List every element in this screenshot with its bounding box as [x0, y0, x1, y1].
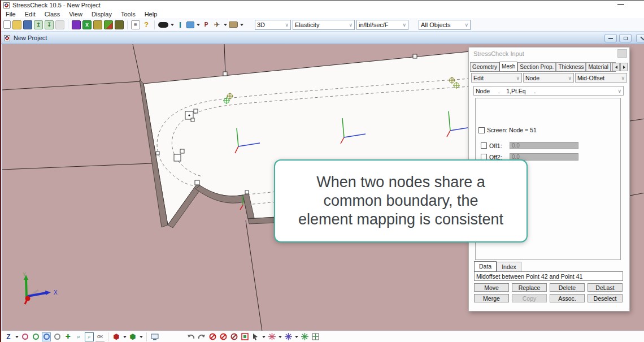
tab-material[interactable]: Material	[586, 62, 611, 71]
save-icon[interactable]	[23, 20, 32, 29]
child-minimize-button[interactable]	[604, 34, 617, 42]
menu-file[interactable]: File	[1, 10, 20, 18]
rotate-free-icon[interactable]	[53, 332, 62, 341]
import-icon[interactable]: ↧	[45, 20, 54, 29]
panel-header[interactable]: StressCheck Input	[469, 47, 629, 60]
zoom-fit-icon[interactable]: OK	[95, 332, 105, 341]
print-icon[interactable]	[55, 20, 64, 29]
window-minimize-button[interactable]	[617, 4, 624, 5]
chevron-down-icon: ∨	[568, 75, 572, 81]
export-icon[interactable]: ↥	[34, 20, 43, 29]
analysis-type-select[interactable]: Elasticity∨	[293, 20, 355, 30]
delast-button[interactable]: DeLast	[588, 283, 623, 292]
class-misc-icon[interactable]	[115, 20, 124, 29]
tab-thickness[interactable]: Thickness	[556, 62, 586, 71]
frame-grid-icon[interactable]	[311, 332, 320, 341]
star-purple-caret-icon[interactable]	[295, 336, 298, 338]
panel-close-button[interactable]	[617, 49, 627, 58]
prohibit-icon-c[interactable]	[229, 332, 238, 341]
off1-field[interactable]: 0.0	[510, 142, 578, 149]
menu-edit[interactable]: Edit	[20, 10, 40, 18]
star-purple-icon[interactable]	[284, 332, 293, 341]
open-file-icon[interactable]	[12, 20, 21, 29]
star-green-icon[interactable]	[300, 332, 309, 341]
object-select[interactable]: Node∨	[523, 73, 574, 83]
assoc-button[interactable]: Assoc.	[550, 294, 585, 302]
child-close-button[interactable]	[636, 34, 644, 42]
layers-tool-caret-icon[interactable]	[197, 24, 200, 26]
draw-tool-caret-icon[interactable]	[171, 24, 174, 26]
units-select[interactable]: in/lbl/sec/F∨	[356, 20, 408, 30]
replace-button[interactable]: Replace	[512, 283, 547, 292]
class-check-icon[interactable]	[104, 20, 113, 29]
tab-geometry[interactable]: Geometry	[470, 62, 499, 71]
shrink-green-caret-icon[interactable]	[140, 336, 143, 338]
pick-cursor-caret-icon[interactable]	[262, 336, 266, 338]
child-window-title: New Project	[14, 34, 47, 41]
menu-display[interactable]: Display	[87, 10, 116, 18]
move-button[interactable]: Move	[474, 283, 509, 292]
method-select[interactable]: Mid-Offset∨	[575, 73, 627, 83]
shrink-red-caret-icon[interactable]	[123, 336, 127, 338]
snapshot-tool-icon[interactable]	[229, 21, 238, 28]
redo-icon[interactable]	[197, 332, 206, 341]
rotate-y-icon[interactable]	[31, 332, 40, 341]
zoom-window-icon[interactable]: ⌕	[85, 332, 94, 341]
points-tool-icon[interactable]: P	[202, 20, 211, 29]
dimension-select[interactable]: 3D∨	[255, 20, 291, 30]
star-red-icon[interactable]	[267, 332, 276, 341]
off1-row: Off1: 0.0	[481, 142, 578, 149]
tab-section-prop[interactable]: Section Prop.	[517, 62, 556, 71]
tab-mesh[interactable]: Mesh	[499, 62, 517, 72]
help-icon[interactable]: ?	[142, 20, 151, 29]
z-axis-caret-icon[interactable]	[15, 336, 19, 338]
pan-icon[interactable]: ✚	[63, 332, 72, 341]
shrink-elements-red-icon[interactable]: ⬢	[112, 332, 121, 341]
callout-line-2: common boundary, the	[323, 192, 478, 210]
class-solid-icon[interactable]	[72, 20, 81, 29]
section-tool-caret-icon[interactable]	[224, 24, 227, 26]
tab-scroll-left-button[interactable]	[612, 63, 620, 71]
action-select[interactable]: Edit∨	[471, 73, 522, 83]
shrink-elements-green-icon[interactable]: ⬢	[128, 332, 137, 341]
tab-index[interactable]: Index	[497, 262, 521, 272]
class-mesh-icon[interactable]: x	[82, 20, 92, 29]
menu-view[interactable]: View	[64, 10, 87, 18]
draw-tool-icon[interactable]	[158, 22, 168, 28]
z-axis-view-icon[interactable]: Z	[4, 332, 13, 341]
class-db-icon[interactable]	[93, 20, 102, 29]
dimension-tool-icon[interactable]: I	[176, 20, 185, 29]
record-region-icon[interactable]	[240, 332, 249, 341]
rotate-z-icon[interactable]	[42, 332, 51, 341]
section-tool-icon[interactable]: ✈	[212, 20, 221, 29]
snapshot-tool-caret-icon[interactable]	[240, 24, 243, 26]
rotate-x-icon[interactable]	[20, 332, 29, 341]
layers-tool-icon[interactable]	[186, 21, 194, 28]
menu-tools[interactable]: Tools	[116, 10, 140, 18]
status-input[interactable]	[474, 271, 623, 281]
undo-icon[interactable]	[186, 332, 195, 341]
prohibit-icon-a[interactable]	[208, 332, 217, 341]
file-info-icon[interactable]: ≡	[131, 20, 140, 29]
merge-button[interactable]: Merge	[474, 294, 509, 302]
delete-button[interactable]: Delete	[550, 283, 585, 292]
menu-class[interactable]: Class	[40, 10, 65, 18]
off1-checkbox[interactable]	[481, 142, 487, 149]
prohibit-icon-b[interactable]	[219, 332, 228, 341]
copy-button[interactable]: Copy	[512, 294, 547, 302]
callout-line-1: When two nodes share a	[316, 173, 485, 192]
menu-help[interactable]: Help	[140, 10, 162, 18]
new-file-icon[interactable]	[3, 20, 11, 29]
tab-scroll-right-button[interactable]	[620, 63, 628, 71]
screen-node-checkbox[interactable]	[478, 127, 485, 133]
deselect-button[interactable]: Deselect	[588, 294, 623, 302]
star-red-caret-icon[interactable]	[279, 336, 282, 338]
display-settings-icon[interactable]	[150, 332, 159, 341]
pick-cursor-icon[interactable]	[251, 332, 260, 341]
zoom-icon[interactable]: ⌕	[74, 332, 83, 341]
tab-data[interactable]: Data	[474, 261, 497, 272]
node-selection-combo[interactable]: Node . 1,Pt.Eq .∨	[473, 86, 624, 96]
objects-filter-select[interactable]: All Objects∨	[419, 20, 471, 30]
child-maximize-button[interactable]	[619, 34, 632, 42]
tab-scroll-arrows	[612, 63, 628, 71]
